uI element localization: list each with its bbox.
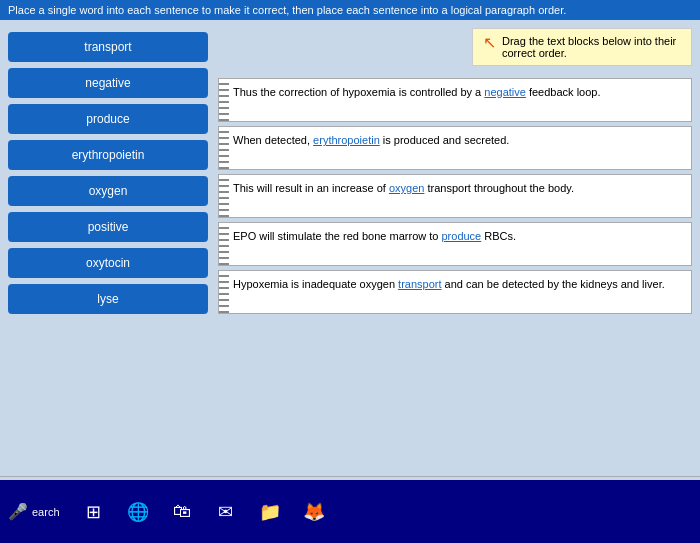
taskbar-mail-icon[interactable]: ✉ [210,496,242,528]
sentences-area: Thus the correction of hypoxemia is cont… [218,78,692,468]
search-area: 🎤 earch [8,502,60,521]
microphone-icon: 🎤 [8,502,28,521]
search-label: earch [32,506,60,518]
word-button-oxygen[interactable]: oxygen [8,176,208,206]
sentence-4-link[interactable]: produce [441,230,481,242]
sentence-1-text: Thus the correction of hypoxemia is cont… [233,86,601,98]
sentence-3-link[interactable]: oxygen [389,182,424,194]
sentence-block-3[interactable]: This will result in an increase of oxyge… [218,174,692,218]
top-right-hint: ↖ Drag the text blocks below into their … [218,28,692,74]
sentence-block-1[interactable]: Thus the correction of hypoxemia is cont… [218,78,692,122]
sentence-2-link[interactable]: erythropoietin [313,134,380,146]
drag-hint-text: Drag the text blocks below into their co… [502,35,681,59]
taskbar-browser-icon[interactable]: 🌐 [122,496,154,528]
left-panel: transport negative produce erythropoieti… [8,28,208,468]
taskbar: 🎤 earch ⊞ 🌐 🛍 ✉ 📁 🦊 [0,480,700,543]
content-area: transport negative produce erythropoieti… [0,20,700,476]
taskbar-folder-icon[interactable]: 📁 [254,496,286,528]
word-button-oxytocin[interactable]: oxytocin [8,248,208,278]
sentence-5-text: Hypoxemia is inadequate oxygen transport… [233,278,665,290]
word-button-positive[interactable]: positive [8,212,208,242]
arrow-icon: ↖ [483,33,496,52]
sentence-block-5[interactable]: Hypoxemia is inadequate oxygen transport… [218,270,692,314]
word-button-negative[interactable]: negative [8,68,208,98]
sentence-3-text: This will result in an increase of oxyge… [233,182,574,194]
taskbar-firefox-icon[interactable]: 🦊 [298,496,330,528]
right-panel: ↖ Drag the text blocks below into their … [218,28,692,468]
sentence-block-2[interactable]: When detected, erythropoietin is produce… [218,126,692,170]
taskbar-icons: ⊞ 🌐 🛍 ✉ 📁 🦊 [78,496,330,528]
taskbar-windows-icon[interactable]: ⊞ [78,496,110,528]
instruction-text: Place a single word into each sentence t… [8,4,566,16]
sentence-5-link[interactable]: transport [398,278,441,290]
word-button-erythropoietin[interactable]: erythropoietin [8,140,208,170]
instruction-bar: Place a single word into each sentence t… [0,0,700,20]
drag-instruction: ↖ Drag the text blocks below into their … [472,28,692,66]
sentence-block-4[interactable]: EPO will stimulate the red bone marrow t… [218,222,692,266]
taskbar-store-icon[interactable]: 🛍 [166,496,198,528]
sentence-1-link[interactable]: negative [484,86,526,98]
sentence-4-text: EPO will stimulate the red bone marrow t… [233,230,516,242]
word-button-transport[interactable]: transport [8,32,208,62]
main-area: Place a single word into each sentence t… [0,0,700,480]
word-button-produce[interactable]: produce [8,104,208,134]
word-button-lyse[interactable]: lyse [8,284,208,314]
sentence-2-text: When detected, erythropoietin is produce… [233,134,509,146]
